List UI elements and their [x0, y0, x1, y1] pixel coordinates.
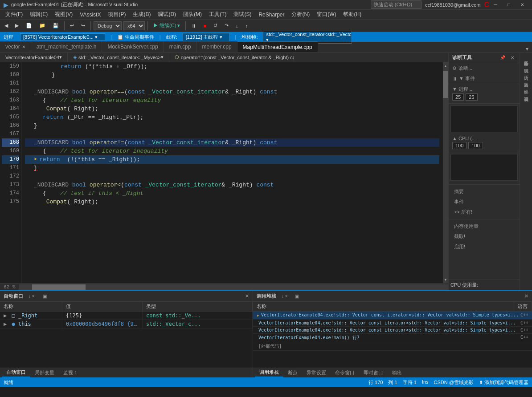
expand-icon[interactable]: ▶: [4, 312, 7, 319]
auto-window-close[interactable]: ✕: [245, 293, 249, 299]
tab-vector-close[interactable]: ✕: [22, 45, 25, 49]
toolbar-redo[interactable]: ↪: [78, 22, 88, 29]
side-diag[interactable]: 诊断工具: [522, 54, 530, 61]
maximize-button[interactable]: □: [503, 0, 515, 10]
side-debugger[interactable]: 调试器: [522, 90, 530, 97]
toolbar-undo[interactable]: ↩: [67, 22, 77, 29]
tab-auto-window[interactable]: 自动窗口: [2, 368, 30, 377]
zoom-level[interactable]: 62 %: [0, 284, 19, 290]
tab-command[interactable]: 命令窗口: [331, 369, 359, 377]
tab-watch1[interactable]: 监视 1: [59, 369, 82, 377]
table-row[interactable]: ▶ ● this 0x000000d56496f8f8 {90} std::_V…: [0, 320, 253, 328]
menu-resharper[interactable]: ReSharper: [255, 11, 288, 19]
vs-icon: ▶: [4, 1, 8, 8]
h-scrollbar-thumb[interactable]: [32, 284, 86, 290]
menu-edit[interactable]: 编辑(E): [26, 10, 51, 19]
auto-window-float[interactable]: ▣: [41, 294, 49, 299]
code-nav-method[interactable]: ⬡ operator!=(const _Vector_const_iterato…: [169, 53, 294, 62]
toolbar-stop[interactable]: ■: [201, 22, 209, 29]
process-expand-label[interactable]: ▼ 进程...: [452, 86, 516, 93]
callstack-pin[interactable]: ↓ ×: [280, 294, 290, 299]
right-panel-pin[interactable]: 📌: [498, 55, 507, 60]
toolbar-pause[interactable]: ⏸: [188, 22, 199, 29]
menu-build[interactable]: 生成(B): [129, 10, 154, 19]
toolbar-save[interactable]: 💾: [50, 22, 61, 29]
cpu-label[interactable]: ▲ CPU (...: [452, 136, 516, 141]
status-row[interactable]: 行 170: [368, 379, 383, 386]
toolbar-step-in[interactable]: ↓: [233, 22, 241, 29]
thread-dropdown[interactable]: [11912] 主线程 ▾: [183, 33, 230, 41]
side-hardware[interactable]: 硬件: [522, 83, 530, 90]
callstack-float[interactable]: ▣: [293, 294, 301, 299]
menu-debug[interactable]: 调试(D): [154, 10, 180, 19]
tab-main[interactable]: main.cpp: [164, 41, 197, 52]
tab-vector[interactable]: vector ✕: [0, 41, 31, 52]
summary-btn[interactable]: 摘要: [450, 186, 518, 197]
callstack-close[interactable]: ✕: [524, 293, 528, 299]
code-lines[interactable]: return (*(*this + _Off)); } _NODISCARD b…: [21, 62, 443, 283]
callstack-item[interactable]: VectorIteratorExample04.exe!std::_Vector…: [253, 320, 532, 327]
menu-project[interactable]: 项目(P): [104, 10, 129, 19]
close-button[interactable]: ✕: [516, 0, 528, 10]
settings-btn[interactable]: ⚙ 诊断...: [449, 63, 520, 73]
menu-help[interactable]: 帮助(H): [340, 10, 365, 19]
event-label[interactable]: ⏸ ▼ 事件: [452, 75, 516, 82]
toolbar-step-out[interactable]: ↑: [243, 22, 251, 29]
menu-test[interactable]: 测试(S): [230, 10, 255, 19]
code-nav-template[interactable]: ◈ std::_Vector_const_iterator< _Myvec> ▾: [68, 53, 169, 62]
tab-output[interactable]: 输出: [388, 369, 406, 377]
start-btn[interactable]: 启用!: [450, 242, 518, 252]
scrollbar-thumb[interactable]: [443, 71, 448, 98]
tab-local-vars[interactable]: 局部变量: [30, 369, 59, 377]
menu-vassistx[interactable]: VAssistX: [76, 11, 104, 19]
all-btn[interactable]: >> 所有!: [450, 207, 518, 217]
toolbar-continue[interactable]: ▶ 继续(C) ▾: [151, 21, 183, 30]
platform-dropdown[interactable]: x64: [123, 21, 145, 30]
tab-member[interactable]: member.cpp: [197, 41, 237, 52]
tab-mockbank[interactable]: MockBankServer.cpp: [102, 41, 164, 52]
cell-val-this[interactable]: 0x000000d56496f8f8 {90}: [62, 320, 143, 328]
toolbar-restart[interactable]: ↺: [211, 22, 220, 29]
menu-view[interactable]: 视图(V): [51, 10, 76, 19]
right-panel-close[interactable]: ✕: [509, 55, 516, 60]
toolbar-back[interactable]: ◀: [2, 22, 11, 29]
search-box[interactable]: 快速启动 (Ctrl+Q): [371, 0, 422, 9]
tab-atm[interactable]: atm_machine_template.h: [31, 41, 102, 52]
tab-breakpoints[interactable]: 断点: [283, 369, 302, 377]
tab-callstack[interactable]: 调用堆栈: [255, 368, 283, 377]
callstack-item[interactable]: ➤ VectorIteratorExample04.exe!std::_Vect…: [253, 312, 532, 320]
h-scrollbar[interactable]: [19, 284, 448, 290]
capture-btn[interactable]: 截取!: [450, 231, 518, 242]
side-chart[interactable]: 图表: [522, 76, 530, 83]
menu-team[interactable]: 团队(M): [180, 10, 205, 19]
lifecycle-label[interactable]: 📋 生命周期事件: [117, 34, 154, 41]
callstack-item[interactable]: [外部代码]: [253, 342, 532, 351]
toolbar-step-over[interactable]: ↷: [222, 22, 231, 29]
callstack-item[interactable]: VectorIteratorExample04.exe!main() 行7 C+…: [253, 334, 532, 342]
debug-config-dropdown[interactable]: Debug: [94, 21, 122, 30]
tab-immediate[interactable]: 即时窗口: [359, 369, 388, 377]
tab-exceptions[interactable]: 异常设置: [302, 369, 331, 377]
cell-val-right[interactable]: {125}: [62, 312, 143, 320]
side-history[interactable]: 历史: [522, 69, 530, 76]
process-dropdown[interactable]: [8576] VectorIteratorExample0... ▾: [20, 33, 105, 41]
toolbar-new[interactable]: 📄: [23, 22, 35, 29]
expand-icon-this[interactable]: ▶: [4, 321, 7, 327]
minimize-button[interactable]: ─: [489, 0, 502, 10]
menu-window[interactable]: 窗口(W): [313, 10, 340, 19]
code-nav-class[interactable]: VectorIteratorExample04 ▾: [0, 53, 68, 62]
menu-file[interactable]: 文件(F): [2, 10, 26, 19]
table-row[interactable]: ▶ □ _Right {125} const std::_Ve...: [0, 312, 253, 320]
menu-tools[interactable]: 工具(T): [205, 10, 230, 19]
side-debug[interactable]: 调试: [522, 61, 530, 69]
editor-scrollbar[interactable]: ▲ ▼: [443, 62, 448, 283]
event2-btn[interactable]: 事件: [450, 197, 518, 207]
auto-window-pin[interactable]: ↓ ×: [27, 294, 37, 299]
toolbar-open[interactable]: 📁: [37, 22, 48, 29]
callstack-item[interactable]: VectorIteratorExample04.exe!std::_Vector…: [253, 327, 532, 334]
toolbar-forward[interactable]: ▶: [12, 22, 21, 29]
tabs-overflow[interactable]: ▾: [522, 46, 532, 52]
tab-mapthread[interactable]: MapMultiThreadExample.cpp: [237, 41, 318, 52]
source-control[interactable]: ⬆ 添加到源代码管理器: [479, 379, 528, 386]
menu-analyze[interactable]: 分析(N): [288, 10, 313, 19]
